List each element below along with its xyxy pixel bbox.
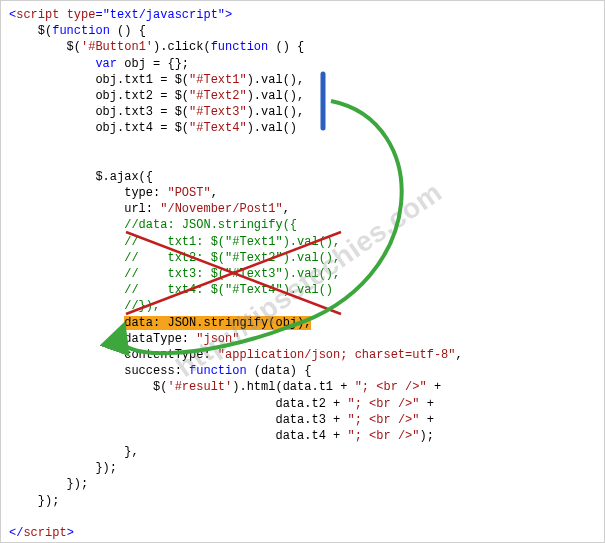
commented-line: // txt2: $("#Text2").val(), xyxy=(9,251,340,265)
highlighted-line: data: JSON.stringify(obj), xyxy=(124,316,311,330)
commented-line: // txt1: $("#Text1").val(), xyxy=(9,235,340,249)
commented-line: //}), xyxy=(9,299,160,313)
code-screenshot: { "watermark": "http://tipsstechies.com"… xyxy=(0,0,605,543)
commented-line: // txt3: $("#Text3").val(), xyxy=(9,267,340,281)
code-block: <script type="text/javascript"> $(functi… xyxy=(1,1,604,543)
commented-line: // txt4: $("#Text4").val() xyxy=(9,283,333,297)
commented-line: //data: JSON.stringify({ xyxy=(9,218,297,232)
